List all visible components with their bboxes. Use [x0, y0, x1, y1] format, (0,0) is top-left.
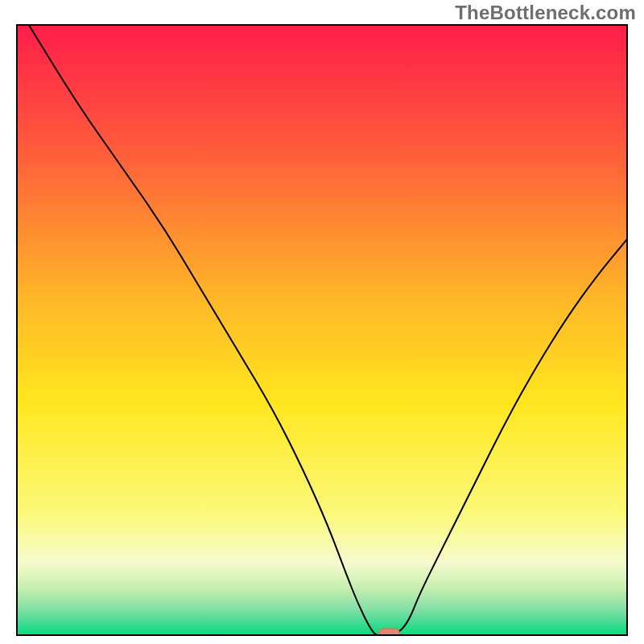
plot-frame: [16, 24, 628, 636]
gradient-background: [16, 24, 628, 636]
watermark-text: TheBottleneck.com: [455, 2, 636, 24]
chart-svg: [16, 24, 628, 636]
chart-container: TheBottleneck.com: [0, 0, 644, 644]
